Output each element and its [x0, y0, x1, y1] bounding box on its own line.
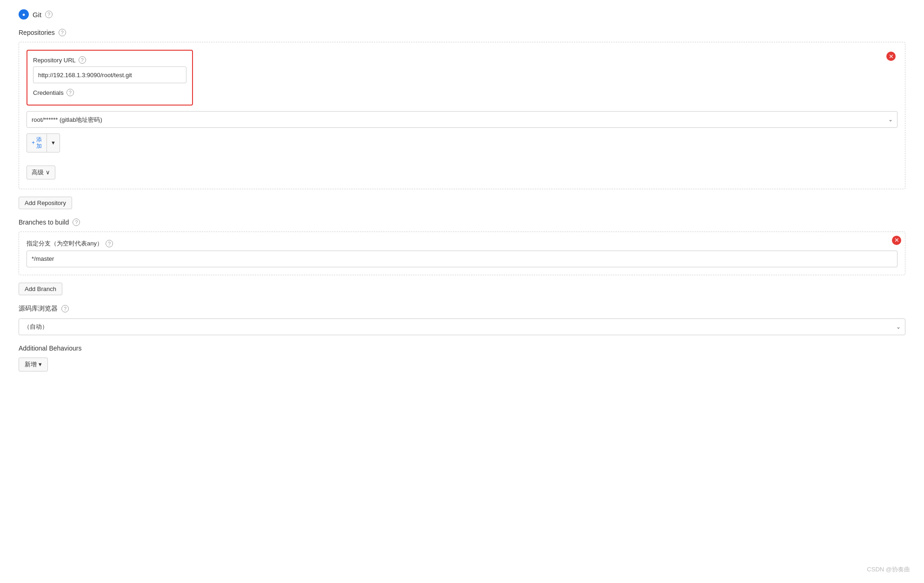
credentials-label-text: Credentials	[33, 89, 64, 96]
source-browser-select[interactable]: （自动）	[19, 318, 905, 335]
watermark: CSDN @协奏曲	[867, 565, 910, 574]
branch-help-icon[interactable]: ?	[106, 240, 113, 247]
add-new-chevron-icon: ▾	[39, 361, 42, 368]
repositories-label: Repositories	[19, 29, 55, 36]
source-browser-help-icon[interactable]: ?	[61, 305, 69, 312]
repositories-section: Repositories ? Repository URL ? Creden	[19, 29, 905, 209]
add-branch-button[interactable]: Add Branch	[19, 283, 62, 295]
repo-url-input[interactable]	[33, 66, 186, 83]
git-header: ● Git ?	[19, 9, 905, 20]
branches-section: Branches to build ? ✕ 指定分支（为空时代表any） ? A…	[19, 219, 905, 295]
add-new-label: 新增	[25, 360, 37, 369]
repo-inner-highlighted: Repository URL ? Credentials ? ✕	[27, 50, 897, 111]
add-credentials-split-btn: + 添加 ▼	[27, 133, 60, 152]
credentials-help-icon[interactable]: ?	[66, 89, 74, 96]
add-credentials-wrapper: + 添加 ▼	[27, 133, 897, 158]
branch-field-label: 指定分支（为空时代表any） ?	[27, 239, 897, 248]
branches-label: Branches to build	[19, 219, 69, 226]
credentials-select[interactable]: root/****** (gitlab地址密码) - 无 -	[27, 111, 897, 128]
advanced-chevron-icon: ∨	[46, 169, 50, 176]
source-browser-label: 源码库浏览器	[19, 305, 58, 313]
repo-url-field-label: Repository URL ?	[33, 56, 186, 64]
git-title: Git	[33, 11, 41, 19]
additional-behaviours-section: Additional Behaviours 新增 ▾	[19, 344, 905, 371]
source-browser-select-wrapper: （自动） ⌄	[19, 318, 905, 335]
advanced-wrapper: 高级 ∨	[27, 166, 897, 181]
add-credentials-dropdown-btn[interactable]: ▼	[47, 134, 60, 152]
git-help-icon[interactable]: ?	[45, 11, 53, 18]
repositories-header: Repositories ?	[19, 29, 905, 36]
branches-outer-box: ✕ 指定分支（为空时代表any） ?	[19, 232, 905, 275]
branches-header: Branches to build ?	[19, 219, 905, 226]
branches-help-icon[interactable]: ?	[73, 219, 80, 226]
credentials-select-wrapper: root/****** (gitlab地址密码) - 无 - ⌄	[27, 111, 897, 128]
repositories-help-icon[interactable]: ?	[59, 29, 66, 36]
repo-url-label-text: Repository URL	[33, 57, 76, 64]
branch-label-text: 指定分支（为空时代表any）	[27, 239, 103, 248]
advanced-button[interactable]: 高级 ∨	[27, 166, 55, 179]
additional-behaviours-header: Additional Behaviours	[19, 344, 905, 352]
add-credentials-main-btn[interactable]: + 添加	[27, 134, 47, 152]
source-browser-section: 源码库浏览器 ? （自动） ⌄	[19, 305, 905, 335]
advanced-label: 高级	[32, 168, 44, 177]
source-browser-header: 源码库浏览器 ?	[19, 305, 905, 313]
additional-behaviours-add-button[interactable]: 新增 ▾	[19, 358, 48, 371]
branch-input[interactable]	[27, 251, 897, 267]
branch-close-button[interactable]: ✕	[892, 236, 901, 245]
credentials-field-label: Credentials ?	[33, 89, 186, 96]
page-container: ● Git ? Repositories ? Repository URL ?	[0, 0, 924, 583]
repo-url-highlight-box: Repository URL ? Credentials ?	[27, 50, 193, 106]
add-repository-button[interactable]: Add Repository	[19, 197, 72, 209]
git-status-icon: ●	[19, 9, 29, 20]
repo-url-help-icon[interactable]: ?	[79, 56, 86, 64]
repo-close-button[interactable]: ✕	[886, 52, 896, 61]
additional-behaviours-label: Additional Behaviours	[19, 344, 81, 352]
repo-outer-box: Repository URL ? Credentials ? ✕	[19, 42, 905, 189]
